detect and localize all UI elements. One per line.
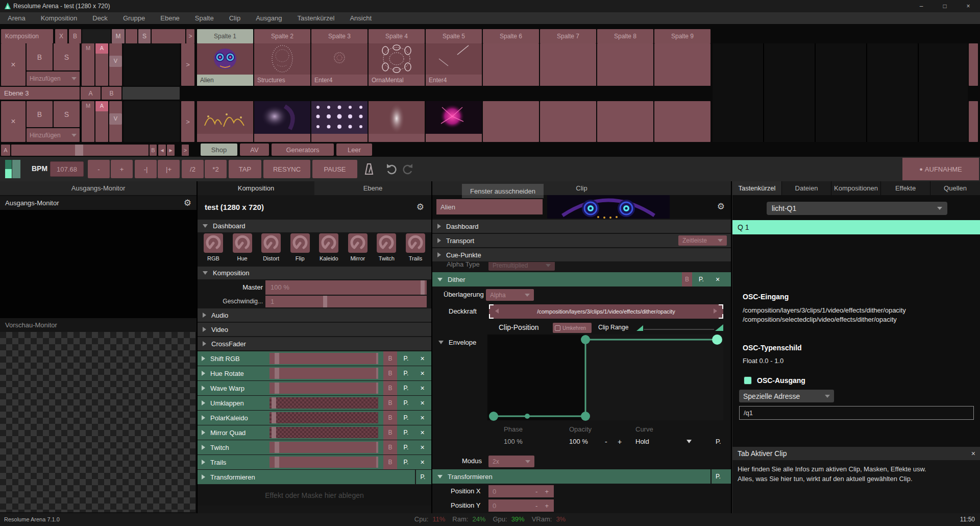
clip-enter4[interactable]: Enter4 [311, 43, 368, 86]
collapse-icon[interactable] [437, 475, 443, 479]
effect-row-mirrorquad[interactable]: Mirror Quad B P. × [198, 425, 431, 440]
dial-flip[interactable]: Flip [290, 233, 310, 266]
menu-clip[interactable]: Clip [229, 14, 240, 22]
range-start-handle[interactable] [636, 325, 643, 331]
osc-address-type-dropdown[interactable]: Spezielle Adresse [739, 390, 834, 402]
tab-effekte[interactable]: Effekte [881, 181, 930, 195]
composition-fader-track[interactable] [82, 29, 111, 43]
transform-row[interactable]: Transformieren P. [198, 470, 431, 484]
modus-dropdown[interactable]: 2x [488, 456, 534, 467]
nudge-right-icon[interactable] [714, 308, 717, 314]
beat-snap-fwd-button[interactable]: |+ [158, 160, 180, 178]
tab-ebene[interactable]: Ebene [314, 181, 431, 195]
remove-button[interactable]: × [710, 272, 725, 286]
remove-button[interactable]: × [415, 366, 430, 380]
layer-a-fader-handle[interactable]: A [95, 43, 108, 54]
column-header-1[interactable]: Spalte 1 [197, 29, 253, 43]
layer2-arrow-button[interactable]: > [181, 101, 194, 142]
clip-empty[interactable] [483, 43, 539, 86]
gear-icon[interactable]: ⚙ [416, 202, 424, 212]
envelope-params-button[interactable]: P. [716, 438, 721, 445]
point-add-button[interactable]: + [618, 438, 622, 446]
params-button[interactable]: P. [399, 411, 413, 425]
bypass-button[interactable]: B [383, 351, 397, 366]
layer-transition-slider[interactable] [122, 87, 180, 100]
tab-tastenkuerzel[interactable]: Tastenkürzel [732, 181, 782, 195]
collapse-icon[interactable] [438, 341, 444, 344]
clip-empty[interactable] [483, 101, 539, 142]
effect-slider[interactable] [270, 427, 378, 438]
collapse-icon[interactable] [202, 356, 205, 361]
layer-arrow-button[interactable]: > [181, 43, 194, 86]
column-header-3[interactable]: Spalte 3 [311, 29, 368, 43]
menu-ansicht[interactable]: Ansicht [350, 14, 372, 22]
clip-empty[interactable] [654, 43, 710, 86]
undo-button[interactable] [386, 163, 397, 177]
effect-slider[interactable] [270, 442, 378, 453]
bpm-minus-button[interactable]: - [88, 160, 110, 178]
opacity-osc-slider[interactable]: /composition/layers/3/clips/1/video/effe… [489, 304, 723, 319]
remove-button[interactable]: × [415, 396, 430, 410]
invert-checkbox[interactable]: Umkehren [553, 323, 592, 333]
composition-s-button[interactable]: S [138, 29, 151, 43]
metronome-button[interactable] [359, 160, 379, 178]
point-remove-button[interactable]: - [605, 438, 607, 446]
blend-mode-dropdown[interactable]: Alpha [486, 289, 534, 301]
section-dashboard[interactable]: Dashboard [198, 220, 431, 232]
column-header-2[interactable]: Spalte 2 [254, 29, 310, 43]
osc-custom-address-input[interactable]: /q1 [739, 406, 974, 420]
remove-button[interactable]: × [415, 411, 430, 425]
params-button[interactable]: P. [399, 381, 413, 395]
deck-arrow-button[interactable]: > [182, 145, 189, 156]
clip-enter4-2[interactable]: Enter4 [426, 43, 482, 86]
close-button[interactable]: × [957, 0, 980, 12]
bypass-button[interactable]: B [682, 272, 692, 286]
composition-fader-cell2[interactable] [152, 29, 185, 43]
skip-forward-icon[interactable]: ▶ [167, 145, 175, 156]
clip-name[interactable]: Enter4 [426, 75, 482, 86]
clip-empty[interactable] [597, 43, 653, 86]
effect-slider[interactable] [270, 457, 378, 468]
remove-button[interactable]: × [415, 381, 430, 395]
bpm-value-field[interactable]: 107.68 [50, 161, 84, 177]
tab-output-monitor[interactable]: Ausgangs-Monitor [0, 181, 197, 195]
dial-mirror[interactable]: Mirror [348, 233, 368, 266]
pause-button[interactable]: PAUSE [312, 160, 357, 178]
phase-value[interactable]: 100 % [504, 438, 523, 445]
shortcut-preset-dropdown[interactable]: licht-Q1 [767, 202, 947, 215]
menu-komposition[interactable]: Komposition [41, 14, 78, 22]
group-crossfader[interactable]: CrossFader [198, 337, 431, 350]
layer-add-dropdown[interactable]: Hinzufügen [27, 71, 80, 86]
layer-v-fader-handle[interactable]: V [109, 56, 122, 67]
range-end-handle[interactable] [715, 324, 723, 331]
clip-name[interactable]: Alien [197, 75, 253, 86]
dial-distort[interactable]: Distort [261, 233, 281, 266]
bpm-plus-button[interactable]: + [111, 160, 133, 178]
effect-slider[interactable] [270, 353, 378, 364]
composition-m-button[interactable]: M [112, 29, 125, 43]
params-button[interactable]: P. [710, 469, 725, 484]
effect-row-umklappen[interactable]: Umklappen B P. × [198, 396, 431, 410]
layer2-bypass-button[interactable]: B [27, 101, 53, 127]
column-header-5[interactable]: Spalte 5 [426, 29, 482, 43]
clip-ornamental[interactable]: OrnaMental [369, 43, 425, 86]
layer2-v-fader-handle[interactable]: V [109, 113, 122, 125]
params-button[interactable]: P. [399, 455, 413, 469]
dial-hue[interactable]: Hue [233, 233, 252, 266]
clip-section-cuepoints[interactable]: Cue-Punkte [432, 248, 731, 261]
bpm-double-button[interactable]: *2 [205, 160, 227, 178]
group-video[interactable]: Video [198, 323, 431, 336]
clip-section-dashboard[interactable]: Dashboard [432, 220, 731, 233]
deck-tab-av[interactable]: AV [240, 144, 269, 156]
info-close-icon[interactable]: × [971, 449, 975, 458]
grid-scrollbar[interactable] [969, 43, 978, 86]
effect-slider[interactable] [270, 368, 378, 379]
effect-row-huerotate[interactable]: Hue Rotate B P. × [198, 366, 431, 380]
params-button[interactable]: P. [399, 366, 413, 380]
menu-deck[interactable]: Deck [92, 14, 108, 22]
gear-icon[interactable]: ⚙ [717, 201, 725, 212]
crossfader-handle[interactable] [75, 145, 83, 156]
clip-empty[interactable] [597, 101, 653, 142]
bypass-button[interactable]: B [383, 455, 397, 469]
effect-slider[interactable] [270, 412, 378, 423]
